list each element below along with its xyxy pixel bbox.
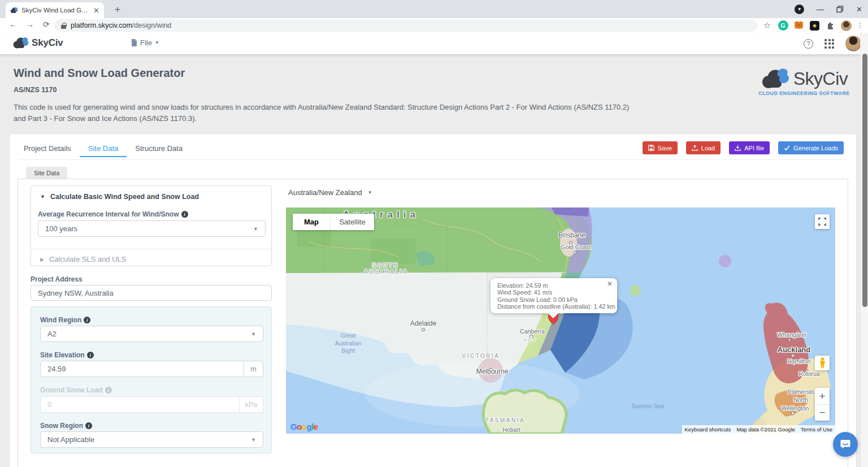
main-card: Project Details Site Data Structure Data…: [9, 133, 857, 467]
app-header: SkyCiv File ▼ ?: [0, 33, 868, 54]
terms-of-use-link[interactable]: Terms of Use: [798, 425, 835, 434]
chevron-down-icon: ▼: [251, 331, 256, 337]
ground-snow-input: [40, 396, 240, 413]
info-icon: i: [105, 387, 112, 394]
browser-tab-title: SkyCiv Wind Load Generato: [21, 7, 90, 14]
fullscreen-button[interactable]: [815, 214, 830, 229]
ari-label: Average Recurrence Interval for Wind/Sno…: [38, 210, 188, 218]
toolbar: Save Load API file Generate Loads: [643, 141, 844, 154]
browser-profile-icon[interactable]: ▼: [795, 5, 804, 14]
scrollbar-thumb[interactable]: [862, 54, 867, 307]
back-icon[interactable]: ←: [9, 20, 17, 29]
map-labels: AustraliaSOUTHAUSTRALIABrisbaneGold Coas…: [286, 207, 835, 434]
tab-structure-data[interactable]: Structure Data: [127, 141, 191, 157]
puzzle-extensions-icon[interactable]: [825, 20, 836, 31]
file-menu[interactable]: File ▼: [131, 38, 159, 47]
chat-launcher[interactable]: [833, 432, 858, 457]
map-label: Hamilton: [787, 358, 810, 366]
skyciv-logo[interactable]: SkyCiv: [12, 36, 63, 50]
collapsible-header[interactable]: ▼ Calculate Basic Wind Speed and Snow Lo…: [40, 193, 199, 201]
project-address-input[interactable]: [31, 285, 272, 301]
skyciv-cloud-icon: [12, 36, 31, 50]
wallet-extension-icon[interactable]: ◆: [810, 21, 819, 31]
forward-icon[interactable]: →: [26, 20, 34, 29]
site-elevation-input[interactable]: [40, 361, 244, 377]
skyciv-cloud-icon: [761, 67, 793, 90]
browser-avatar[interactable]: [841, 20, 852, 31]
window-controls: ▼ — ✕: [795, 0, 862, 18]
map-label: Canberra: [520, 328, 545, 336]
pegman-icon: [819, 357, 826, 369]
zoom-out-button[interactable]: −: [815, 404, 830, 421]
info-icon[interactable]: i: [181, 211, 188, 218]
load-button[interactable]: Load: [686, 141, 721, 154]
info-icon[interactable]: i: [84, 317, 90, 323]
map-info-window: Elevation: 24.59 m Wind Speed: 41 m/s Gr…: [491, 278, 617, 313]
chat-bubble-icon: [840, 439, 851, 450]
fullscreen-icon: [818, 218, 826, 226]
save-icon: [648, 145, 654, 151]
map-region-select[interactable]: Australia/New Zealand ▼: [288, 188, 372, 197]
grammarly-extension-icon[interactable]: G: [778, 20, 788, 31]
site-data-panel: ▼ Calculate Basic Wind Speed and Snow Lo…: [18, 179, 848, 467]
new-tab-button[interactable]: +: [112, 4, 123, 15]
map-label: Tasman Sea: [631, 403, 664, 410]
tab-close-icon[interactable]: ✕: [93, 7, 99, 14]
restore-icon[interactable]: [836, 6, 844, 13]
minimize-icon[interactable]: —: [817, 5, 824, 14]
bookmark-star-icon[interactable]: ☆: [762, 20, 772, 31]
street-view-pegman[interactable]: [815, 356, 830, 370]
refresh-icon[interactable]: ⟳: [43, 20, 50, 29]
chevron-down-icon: ▼: [368, 190, 372, 195]
basic-wind-snow-card: ▼ Calculate Basic Wind Speed and Snow Lo…: [31, 185, 272, 266]
browser-extension-icons: ☆ G ◆ ⋮: [762, 18, 863, 33]
help-icon[interactable]: ?: [804, 39, 813, 49]
skyciv-hero-logo: SkyCiv CLOUD ENGINEERING SOFTWARE: [756, 67, 852, 96]
map-label: Rotorua: [798, 370, 819, 378]
map-label: Great Australian Bight: [335, 332, 362, 355]
ground-snow-unit: kPa: [240, 396, 263, 413]
url-input[interactable]: platform.skyciv.com/design/wind: [54, 19, 757, 32]
map-type-map-button[interactable]: Map: [293, 214, 330, 230]
save-button[interactable]: Save: [643, 141, 678, 154]
map-type-satellite-button[interactable]: Satellite: [330, 214, 374, 230]
browser-menu-icon[interactable]: ⋮: [857, 21, 863, 29]
snow-region-select[interactable]: Not Applicable ▼: [40, 431, 263, 448]
page-scrollbar[interactable]: [860, 33, 868, 467]
info-icon[interactable]: i: [85, 422, 92, 429]
tab-bar: Project Details Site Data Structure Data: [15, 141, 191, 157]
map-label: TASMANIA: [485, 417, 525, 424]
apps-grid-icon[interactable]: [824, 39, 834, 49]
map-label: Brisbane: [558, 231, 585, 240]
wind-region-select[interactable]: A2 ▼: [40, 326, 263, 342]
map-data-text: Map data ©2021 Google: [734, 425, 798, 434]
google-logo[interactable]: Google: [290, 422, 318, 431]
browser-tab[interactable]: SkyCiv Wind Load Generato ✕: [6, 2, 104, 18]
wind-region-label: Wind Regioni: [40, 316, 263, 324]
map-label: Whangārei: [778, 331, 806, 339]
subtab-site-data[interactable]: Site Data: [26, 167, 67, 179]
metamask-extension-icon[interactable]: [793, 20, 804, 31]
tab-site-data[interactable]: Site Data: [80, 141, 127, 157]
map-label: Wellington: [782, 405, 809, 413]
site-elevation-group: m: [40, 361, 263, 377]
caret-down-icon: ▼: [40, 194, 45, 200]
close-icon[interactable]: ✕: [607, 280, 613, 288]
browser-urlbar: ← → ⟳ platform.skyciv.com/design/wind ☆ …: [0, 18, 868, 33]
generate-loads-button[interactable]: Generate Loads: [778, 141, 844, 154]
zoom-in-button[interactable]: +: [815, 388, 830, 404]
user-avatar[interactable]: [845, 36, 861, 51]
keyboard-shortcuts-link[interactable]: Keyboard shortcuts: [682, 425, 734, 434]
google-map[interactable]: AustraliaSOUTHAUSTRALIABrisbaneGold Coas…: [286, 207, 835, 434]
map-label: Auckland: [778, 345, 811, 355]
ari-select[interactable]: 100 years ▼: [38, 220, 266, 237]
info-icon[interactable]: i: [87, 352, 94, 358]
sls-uls-header[interactable]: ▶ Calculate SLS and ULS: [40, 255, 127, 263]
close-window-icon[interactable]: ✕: [856, 5, 862, 14]
tab-project-details[interactable]: Project Details: [15, 141, 80, 157]
ground-snow-group: kPa: [40, 396, 263, 413]
map-label: Hobart: [502, 426, 520, 434]
map-label: Gold Coast: [561, 244, 591, 252]
map-label: AUSTRALIA: [364, 268, 408, 275]
api-file-button[interactable]: API file: [729, 141, 770, 154]
